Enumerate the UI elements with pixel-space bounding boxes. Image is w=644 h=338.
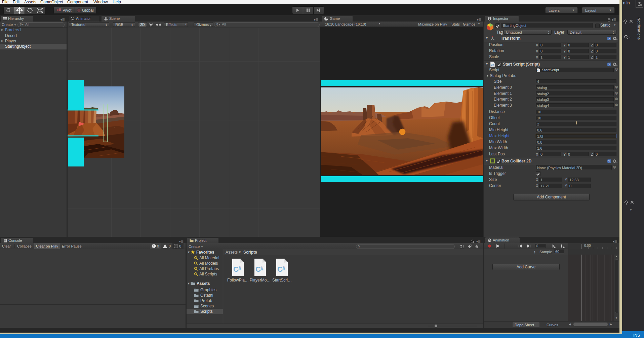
svg-text:C: C (255, 265, 261, 273)
svg-text:?: ? (608, 63, 610, 66)
svg-text:C: C (277, 265, 283, 273)
svg-text:Global: Global (82, 8, 94, 13)
svg-text:C: C (537, 69, 539, 72)
svg-text:#: # (238, 266, 241, 271)
svg-text:C: C (233, 265, 239, 273)
svg-text:Pivot: Pivot (63, 8, 72, 13)
svg-text:#: # (282, 266, 285, 271)
svg-text:?: ? (608, 160, 610, 163)
svg-text:?: ? (608, 37, 610, 40)
svg-text:#: # (260, 266, 264, 271)
svg-text:C#: C# (491, 63, 494, 66)
